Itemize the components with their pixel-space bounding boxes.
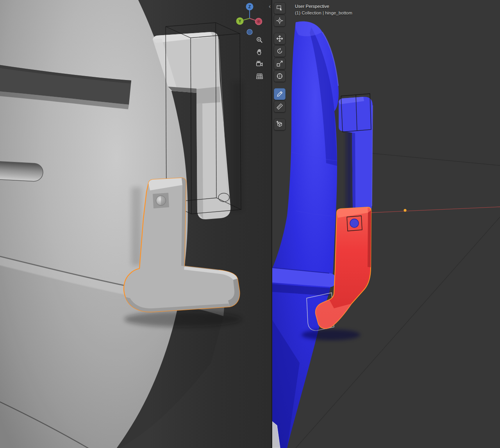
- tool-cursor[interactable]: [274, 15, 286, 27]
- tool-shelf: [274, 2, 286, 130]
- tool-measure[interactable]: [274, 101, 286, 112]
- object-origin-dot: [404, 209, 407, 212]
- zoom-icon[interactable]: [255, 35, 264, 44]
- sidebar-collapse-arrow[interactable]: ‹: [269, 3, 271, 9]
- tool-annotate-active[interactable]: [274, 88, 286, 100]
- hinge-shadow: [302, 329, 360, 340]
- axis-z-handle[interactable]: Z: [246, 3, 254, 11]
- axis-z-label: Z: [248, 5, 251, 9]
- tool-select-box[interactable]: [274, 2, 286, 14]
- viewport-right[interactable]: User Perspective (1) Collection | hinge_…: [272, 0, 500, 448]
- tool-add-cube[interactable]: [274, 119, 286, 130]
- viewport-left[interactable]: Z Y: [0, 0, 271, 448]
- hinge-shadow: [124, 311, 241, 327]
- axis-y-label: Y: [239, 19, 241, 23]
- arm-shadow: [131, 187, 141, 265]
- pan-hand-icon[interactable]: [255, 47, 264, 57]
- viewport-right-render[interactable]: [272, 0, 500, 448]
- camera-view-icon[interactable]: [255, 59, 264, 69]
- tool-scale[interactable]: [274, 58, 286, 69]
- perspective-grid-icon[interactable]: [255, 71, 264, 81]
- hinge-pin: [350, 219, 359, 228]
- viewport-left-render[interactable]: [0, 0, 271, 448]
- axis-x-handle[interactable]: [255, 18, 262, 25]
- tool-rotate[interactable]: [274, 45, 286, 57]
- blender-window: Z Y: [0, 0, 500, 448]
- tool-move[interactable]: [274, 33, 286, 44]
- axis-neg-z-handle[interactable]: [247, 29, 252, 35]
- axis-y-handle[interactable]: Y: [236, 18, 244, 25]
- side-groove: [0, 161, 43, 182]
- tool-transform[interactable]: [274, 70, 286, 82]
- view-orientation-gizmo[interactable]: Z Y: [234, 1, 266, 38]
- viewport-nav-controls: [255, 35, 264, 81]
